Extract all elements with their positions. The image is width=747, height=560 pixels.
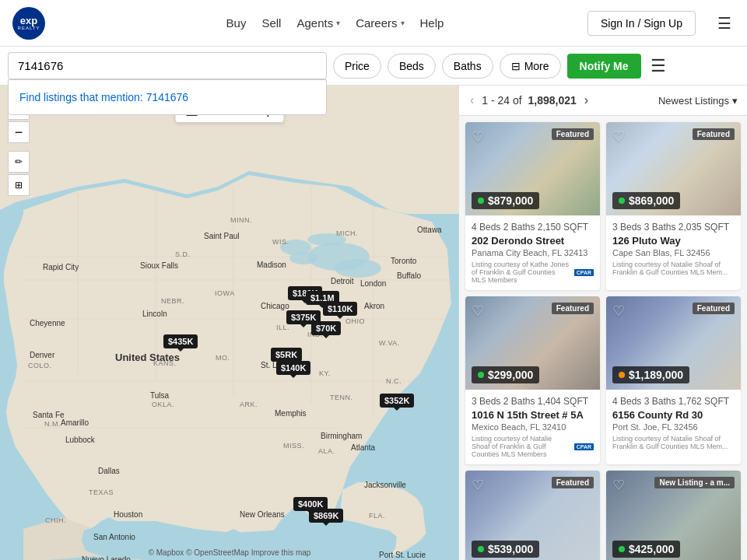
price-pin[interactable]: $352K — [380, 394, 414, 408]
listing-address: 126 Pluto Way — [612, 235, 735, 247]
price-pin[interactable]: $435K — [163, 334, 198, 348]
main-nav: Buy Sell Agents ▾ Careers ▾ Help — [101, 16, 569, 30]
price-badge: $879,000 — [472, 192, 539, 209]
price-badge: $425,000 — [612, 541, 680, 558]
more-filter-button[interactable]: ⊟ More — [500, 54, 561, 79]
listing-badge: New Listing - a m... — [654, 477, 735, 488]
svg-point-5 — [289, 252, 317, 264]
nav-careers-label: Careers — [356, 16, 397, 30]
autocomplete-link[interactable]: Find listings that mention: 7141676 — [19, 91, 188, 103]
listing-address: 1016 N 15th Street # 5A — [472, 409, 594, 421]
listing-card[interactable]: ♡ New Listing - a m... $425,000 3 Beds 2… — [606, 471, 741, 560]
baths-filter-button[interactable]: Baths — [442, 54, 493, 79]
listing-image: ♡ New Listing - a m... $425,000 — [606, 471, 741, 560]
listings-total: 1,898,021 — [528, 94, 576, 107]
layers-button[interactable]: ⊞ — [8, 174, 30, 196]
favorite-button[interactable]: ♡ — [612, 303, 625, 320]
price-pin[interactable]: $869K — [309, 509, 343, 523]
sort-dropdown[interactable]: Newest Listings ▾ — [658, 95, 738, 107]
draw-tool-button[interactable]: ✏ — [8, 151, 30, 173]
listing-badge: Featured — [693, 128, 735, 140]
listing-badge: Featured — [552, 128, 594, 140]
autocomplete-dropdown: Find listings that mention: 7141676 — [8, 79, 327, 115]
favorite-button[interactable]: ♡ — [472, 128, 484, 145]
price-pin[interactable]: $70K — [311, 321, 341, 335]
listing-image: ♡ Featured $539,000 — [465, 471, 600, 560]
price-pin[interactable]: $110K — [323, 302, 357, 316]
listing-address: 6156 County Rd 30 — [612, 409, 735, 421]
favorite-button[interactable]: ♡ — [612, 128, 625, 145]
listings-range: 1 - 24 of — [482, 94, 521, 107]
listing-price: $879,000 — [488, 194, 533, 207]
price-pin[interactable]: $5RK — [271, 348, 302, 362]
listing-info: 3 Beds 2 Baths 1,404 SQFT 1016 N 15th St… — [465, 390, 600, 464]
status-dot — [478, 198, 484, 204]
search-input[interactable] — [8, 52, 327, 79]
cppar-badge: CPAR — [574, 443, 594, 450]
logo-exp-text: exp — [20, 16, 37, 26]
autocomplete-item[interactable]: Find listings that mention: 7141676 — [9, 85, 326, 110]
listing-image: ♡ Featured $879,000 — [465, 122, 600, 215]
nav-buy-label: Buy — [226, 16, 247, 30]
zoom-out-button[interactable]: − — [8, 121, 30, 143]
prev-page-button[interactable]: ‹ — [468, 92, 475, 109]
listing-specs: 4 Beds 3 Baths 1,762 SQFT — [612, 396, 735, 407]
listings-grid: ♡ Featured $879,000 4 Beds 2 Baths 2,150… — [459, 116, 747, 560]
chevron-down-icon: ▾ — [401, 19, 405, 27]
listing-badge: Featured — [693, 303, 735, 314]
attribution-text: Listing courtesy of Kathe Jones of Frank… — [472, 261, 571, 284]
listing-specs: 3 Beds 2 Baths 1,404 SQFT — [472, 396, 594, 407]
nav-help[interactable]: Help — [420, 16, 444, 30]
listing-card[interactable]: ♡ Featured $1,189,000 4 Beds 3 Baths 1,7… — [606, 296, 741, 464]
attribution-text: Listing courtesy of Natalie Shoaf of Fra… — [612, 261, 735, 276]
attribution-text: Listing courtesy of Natalie Shoaf of Fra… — [472, 435, 571, 458]
svg-point-3 — [335, 259, 381, 278]
logo-realty-text: REALTY — [18, 26, 40, 30]
listing-address: 202 Derondo Street — [472, 235, 594, 247]
hamburger-button[interactable]: ☰ — [714, 11, 735, 36]
nav-agents[interactable]: Agents ▾ — [296, 16, 340, 30]
nav-careers[interactable]: Careers ▾ — [356, 16, 404, 30]
sort-label: Newest Listings — [658, 95, 729, 107]
beds-filter-button[interactable]: Beds — [388, 54, 436, 79]
price-filter-button[interactable]: Price — [333, 54, 381, 79]
next-page-button[interactable]: › — [583, 92, 590, 109]
nav-sell-label: Sell — [261, 16, 281, 30]
price-pin[interactable]: $140K — [276, 361, 310, 375]
listing-city: Cape San Blas, FL 32456 — [612, 248, 735, 257]
chevron-down-icon: ▾ — [336, 19, 340, 27]
grid-view-button[interactable]: ☰ — [647, 53, 669, 79]
sign-in-button[interactable]: Sign In / Sign Up — [587, 11, 696, 36]
nav-sell[interactable]: Sell — [261, 16, 281, 30]
status-dot — [619, 198, 625, 204]
favorite-button[interactable]: ♡ — [612, 477, 625, 494]
listing-price: $1,189,000 — [629, 369, 683, 381]
nav-buy[interactable]: Buy — [226, 16, 247, 30]
listing-attribution: Listing courtesy of Natalie Shoaf of Fra… — [612, 261, 735, 276]
listing-info: 4 Beds 2 Baths 2,150 SQFT 202 Derondo St… — [465, 215, 600, 290]
logo-circle: exp REALTY — [12, 7, 45, 40]
listing-attribution: Listing courtesy of Natalie Shoaf of Fra… — [612, 435, 735, 450]
map-attribution: © Mapbox © OpenStreetMap Improve this ma… — [0, 548, 459, 557]
filter-icon: ⊟ — [511, 60, 521, 72]
listing-image: ♡ Featured $869,000 — [606, 122, 741, 215]
map-controls-separator — [8, 145, 30, 149]
listing-card[interactable]: ♡ Featured $539,000 3 Beds 2 Baths 1,200… — [465, 471, 600, 560]
favorite-button[interactable]: ♡ — [472, 303, 484, 320]
listing-info: 3 Beds 3 Baths 2,035 SQFT 126 Pluto Way … — [606, 215, 741, 282]
listing-card[interactable]: ♡ Featured $879,000 4 Beds 2 Baths 2,150… — [465, 122, 600, 290]
favorite-button[interactable]: ♡ — [472, 477, 484, 494]
listing-card[interactable]: ♡ Featured $869,000 3 Beds 3 Baths 2,035… — [606, 122, 741, 290]
listing-price: $869,000 — [629, 194, 674, 207]
listing-city: Port St. Joe, FL 32456 — [612, 422, 735, 432]
chevron-down-icon: ▾ — [732, 95, 738, 107]
listing-price: $539,000 — [488, 543, 533, 555]
notify-me-button[interactable]: Notify Me — [567, 54, 641, 79]
price-badge: $869,000 — [612, 192, 680, 209]
listings-header: ‹ 1 - 24 of 1,898,021 › Newest Listings … — [459, 86, 747, 116]
listing-attribution: Listing courtesy of Natalie Shoaf of Fra… — [472, 435, 594, 458]
listing-image: ♡ Featured $299,000 — [465, 296, 600, 390]
logo[interactable]: exp REALTY — [12, 7, 82, 40]
listing-card[interactable]: ♡ Featured $299,000 3 Beds 2 Baths 1,404… — [465, 296, 600, 464]
attribution-text: Listing courtesy of Natalie Shoaf of Fra… — [612, 435, 735, 450]
